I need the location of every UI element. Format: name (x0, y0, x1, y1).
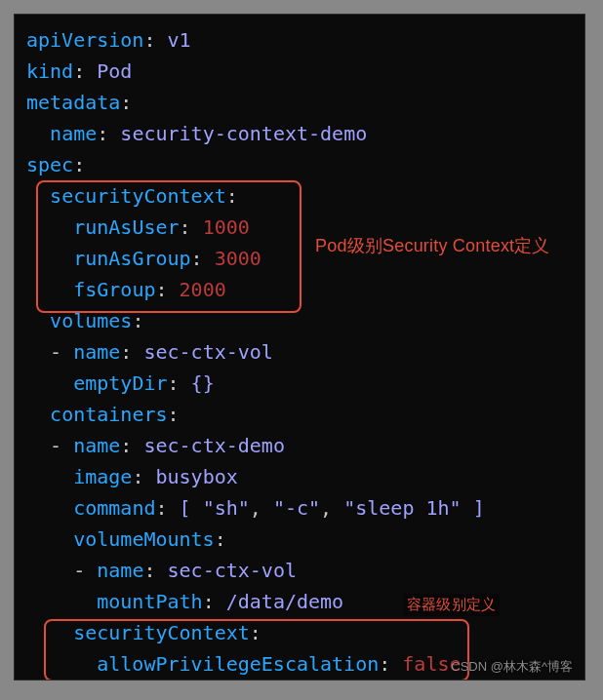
yaml-value: /data/demo (226, 590, 343, 613)
yaml-key: apiVersion (26, 28, 143, 52)
yaml-value: 2000 (180, 278, 226, 301)
yaml-key: allowPrivilegeEscalation (97, 652, 379, 676)
yaml-key: volumeMounts (73, 527, 215, 551)
yaml-key: kind (26, 59, 73, 83)
yaml-value: busybox (155, 465, 237, 488)
yaml-key: name (50, 122, 97, 145)
code-editor-view: apiVersion: v1 kind: Pod metadata: name:… (14, 14, 585, 681)
yaml-value: 3000 (215, 247, 261, 270)
yaml-value: v1 (168, 28, 191, 52)
yaml-key: runAsUser (73, 215, 179, 239)
yaml-key: runAsGroup (73, 247, 190, 270)
yaml-key: command (73, 496, 155, 520)
yaml-key: metadata (26, 91, 120, 114)
yaml-key: fsGroup (73, 278, 155, 301)
yaml-value: 1000 (203, 215, 250, 239)
yaml-value: Pod (97, 59, 132, 83)
yaml-value: sec-ctx-vol (143, 340, 272, 364)
yaml-value: sec-ctx-demo (143, 434, 285, 457)
yaml-value: "-c" (273, 496, 320, 520)
yaml-key: name (73, 434, 120, 457)
yaml-key: name (97, 559, 143, 582)
yaml-code-block: apiVersion: v1 kind: Pod metadata: name:… (26, 24, 573, 680)
yaml-value: security-context-demo (120, 122, 367, 145)
yaml-key: containers (50, 403, 167, 426)
yaml-key: name (73, 340, 120, 364)
yaml-key: mountPath (97, 590, 202, 613)
yaml-value: "sleep 1h" (343, 496, 461, 520)
yaml-key: image (73, 465, 132, 488)
yaml-value: sec-ctx-vol (168, 559, 297, 582)
watermark-text: CSDN @林木森^博客 (451, 658, 573, 676)
yaml-key: securityContext (73, 621, 250, 644)
yaml-key: spec (26, 153, 73, 176)
yaml-value: "sh" (203, 496, 250, 520)
yaml-key: volumes (50, 309, 132, 332)
yaml-key: securityContext (50, 184, 226, 208)
yaml-key: emptyDir (73, 371, 167, 395)
